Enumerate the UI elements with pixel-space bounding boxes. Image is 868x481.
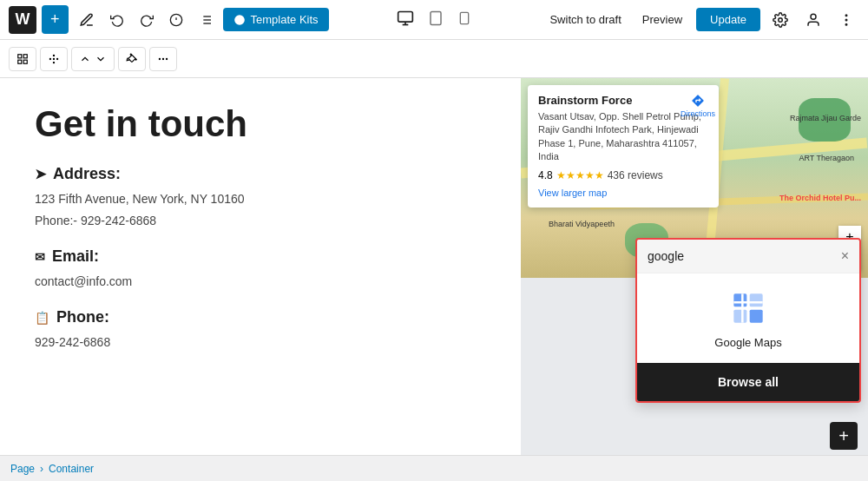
widget-search-clear-button[interactable]: ×: [841, 248, 849, 264]
svg-rect-36: [733, 310, 746, 323]
page-title: Get in touch: [35, 104, 486, 144]
redo-button[interactable]: [135, 10, 159, 30]
layout-button[interactable]: [9, 47, 36, 71]
address-icon: ➤: [35, 166, 46, 182]
toolbar-right: Switch to draft Preview Update: [542, 8, 859, 31]
breadcrumb: Page › Container: [0, 455, 868, 481]
map-label-3: ART Theragaon: [799, 154, 854, 162]
map-panel: Sosavi Mandir 🅟 Rajmata Jijau Garde ART …: [521, 78, 868, 455]
svg-rect-10: [398, 11, 413, 22]
svg-point-32: [162, 58, 163, 59]
email-section: ✉ Email: contact@info.com: [35, 247, 486, 291]
template-kits-button[interactable]: Template Kits: [223, 8, 329, 31]
breadcrumb-separator: ›: [40, 463, 43, 475]
address-section: ➤ Address: 123 Fifth Avenue, New York, N…: [35, 165, 486, 230]
dots-button[interactable]: [40, 47, 68, 71]
map-label-4: The Orchid Hotel Pu...: [779, 194, 861, 202]
settings-icon[interactable]: [767, 9, 793, 31]
email-header: ✉ Email:: [35, 247, 486, 266]
phone-value: 929-242-6868: [35, 333, 486, 352]
svg-point-31: [159, 58, 160, 59]
svg-point-18: [811, 14, 816, 19]
account-icon[interactable]: [800, 9, 826, 31]
svg-rect-34: [733, 293, 746, 306]
widget-result-label: Google Maps: [714, 336, 781, 349]
email-value: contact@info.com: [35, 273, 486, 291]
svg-rect-37: [750, 310, 763, 323]
svg-rect-15: [460, 12, 468, 23]
plus-icon: +: [50, 10, 60, 29]
review-count: 436 reviews: [608, 169, 663, 181]
svg-point-29: [49, 58, 50, 59]
svg-point-19: [845, 15, 847, 16]
breadcrumb-container: Container: [49, 463, 94, 475]
undo-button[interactable]: [105, 10, 129, 30]
svg-point-27: [53, 58, 54, 59]
breadcrumb-page-link[interactable]: Page: [10, 463, 35, 475]
page-content-area: Get in touch ➤ Address: 123 Fifth Avenue…: [0, 78, 521, 455]
widget-search-overlay: × Google Maps Browse all: [635, 238, 861, 403]
rating-stars: ★★★★★: [556, 169, 604, 181]
more-options-icon[interactable]: [833, 9, 859, 31]
list-view-button[interactable]: [194, 10, 218, 30]
dropper-button[interactable]: [118, 47, 146, 71]
toolbar-left: W + Template Kits: [9, 5, 329, 34]
main-content: Get in touch ➤ Address: 123 Fifth Avenue…: [0, 78, 868, 455]
tablet-icon[interactable]: [424, 7, 447, 33]
mobile-icon[interactable]: [454, 8, 475, 32]
widget-search-input[interactable]: [648, 249, 834, 263]
map-label-5: Bharati Vidyapeeth: [549, 220, 615, 228]
phone-section: 📋 Phone: 929-242-6868: [35, 308, 486, 352]
svg-point-30: [57, 58, 58, 59]
svg-point-33: [167, 58, 168, 59]
view-larger-map-link[interactable]: View larger map: [538, 188, 607, 198]
directions-button[interactable]: Directions: [681, 94, 715, 118]
svg-point-26: [53, 55, 54, 56]
svg-rect-35: [750, 293, 763, 306]
update-button[interactable]: Update: [696, 8, 760, 31]
rating-value: 4.8: [538, 169, 553, 181]
svg-rect-25: [23, 60, 27, 63]
add-block-floating-button[interactable]: +: [830, 422, 858, 450]
google-maps-icon: [727, 287, 769, 329]
info-button[interactable]: [164, 10, 188, 30]
tools-button[interactable]: [74, 9, 100, 31]
block-toolbar: [0, 40, 868, 78]
email-label: Email:: [52, 247, 99, 266]
browse-all-button[interactable]: Browse all: [637, 363, 859, 401]
arrows-button[interactable]: [71, 47, 115, 71]
svg-rect-22: [18, 54, 22, 57]
svg-point-28: [53, 62, 54, 63]
map-info-box: Brainstorm Force Vasant Utsav, Opp. Shel…: [528, 85, 719, 208]
address-header: ➤ Address:: [35, 165, 486, 183]
map-address: Vasant Utsav, Opp. Shell Petrol Pump, Ra…: [538, 110, 708, 164]
svg-point-17: [779, 17, 783, 22]
address-label: Address:: [53, 165, 121, 183]
email-icon: ✉: [35, 250, 45, 264]
map-label-2: Rajmata Jijau Garde: [790, 114, 861, 122]
device-switcher: [393, 6, 475, 34]
add-block-button[interactable]: +: [42, 5, 69, 34]
top-toolbar: W + Template Kits: [0, 0, 868, 40]
phone-label: Phone:: [56, 308, 109, 326]
desktop-icon[interactable]: [393, 6, 418, 34]
phone-icon: 📋: [35, 311, 49, 325]
more-block-options[interactable]: [149, 47, 177, 71]
preview-button[interactable]: Preview: [635, 8, 689, 31]
svg-point-20: [845, 19, 847, 21]
svg-point-9: [234, 15, 245, 25]
switch-to-draft-button[interactable]: Switch to draft: [542, 8, 628, 31]
widget-result-area: Google Maps: [637, 273, 859, 363]
template-kits-label: Template Kits: [251, 13, 319, 26]
map-rating: 4.8 ★★★★★ 436 reviews: [538, 169, 708, 181]
svg-rect-24: [18, 60, 22, 63]
svg-rect-23: [23, 54, 27, 57]
directions-label: Directions: [681, 109, 715, 118]
svg-point-21: [845, 23, 847, 25]
address-line2: Phone:- 929-242-6868: [35, 212, 486, 230]
wp-logo: W: [9, 6, 36, 34]
phone-header: 📋 Phone:: [35, 308, 486, 326]
widget-search-box: ×: [637, 240, 859, 273]
address-line1: 123 Fifth Avenue, New York, NY 10160: [35, 190, 486, 208]
